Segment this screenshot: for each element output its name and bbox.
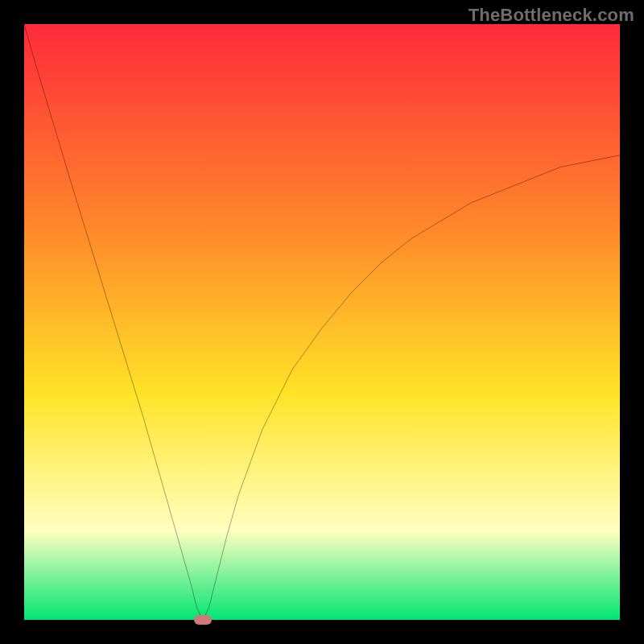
optimal-point-marker (194, 615, 212, 625)
chart-stage: TheBottleneck.com (0, 0, 644, 644)
watermark-text: TheBottleneck.com (469, 5, 634, 26)
svg-rect-0 (24, 24, 620, 620)
background-gradient (24, 24, 620, 620)
plot-area (24, 24, 620, 620)
